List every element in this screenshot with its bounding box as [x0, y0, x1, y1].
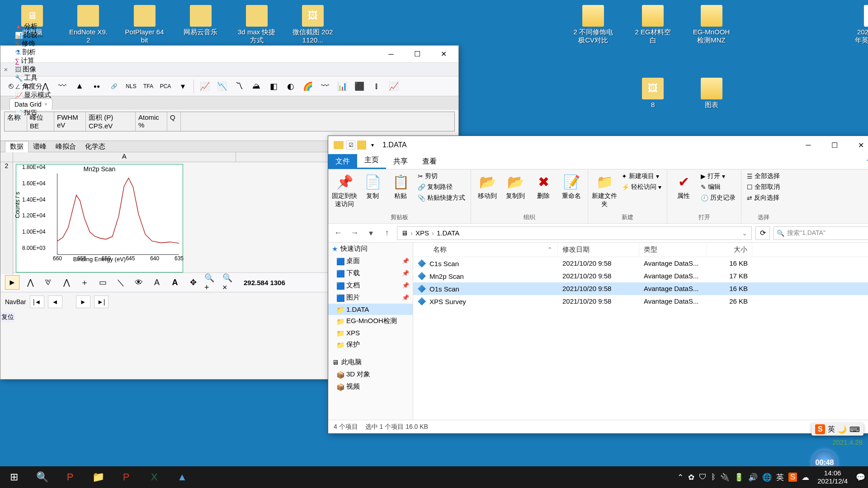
left-status[interactable]: 复位 — [0, 312, 15, 322]
toolbar-nls[interactable]: NLS — [123, 79, 139, 94]
qat-btn-2[interactable] — [357, 141, 366, 150]
sub-tab[interactable]: 化学态 — [80, 141, 110, 152]
maximize-button[interactable]: ☐ — [404, 47, 430, 61]
region-tool[interactable]: ▭ — [95, 275, 110, 290]
text-tool[interactable]: A — [150, 275, 164, 290]
header-type[interactable]: 类型 — [639, 243, 707, 257]
crosshair-tool[interactable]: ＋ — [77, 275, 92, 290]
grid-header-cell[interactable]: Atomic % — [136, 112, 167, 131]
invert-selection-button[interactable]: ⇄ 反向选择 — [745, 193, 782, 203]
toolbar-plot8[interactable]: 〰 — [317, 79, 333, 94]
tab-view[interactable]: 查看 — [415, 154, 444, 169]
sheet-column-header[interactable]: A — [13, 152, 236, 162]
copy-path-button[interactable]: 🔗 复制路径 — [416, 182, 467, 192]
taskbar-clock[interactable]: 14:06 2021/12/4 — [814, 469, 851, 485]
grid-header-cell[interactable]: Q — [167, 112, 181, 131]
toolbar-plot9[interactable]: 📊 — [335, 79, 350, 94]
toolbar-plot2[interactable]: 📉 — [214, 79, 230, 94]
tray-volume[interactable]: 🔊 — [748, 473, 758, 482]
tray-usb[interactable]: 🔌 — [720, 473, 730, 482]
tray-chevron[interactable]: ⌃ — [677, 473, 684, 482]
toolbar-plot12[interactable]: 📈 — [386, 79, 401, 94]
file-row[interactable]: C1s Scan2021/10/20 9:58Avantage DataS...… — [413, 257, 868, 270]
header-date[interactable]: 修改日期 — [558, 243, 639, 257]
qat-btn-1[interactable]: ☑ — [346, 141, 355, 150]
nav-prev[interactable]: ◄ — [48, 296, 62, 308]
refresh-button[interactable]: ⟳ — [755, 226, 770, 240]
nav-tree[interactable]: ★快速访问 🟦桌面📌🟦下载📌🟦文档📌🟦图片📌📁1.DATA📁EG-MnOOH检测… — [328, 243, 413, 420]
tab-share[interactable]: 共享 — [386, 154, 415, 169]
toolbar-pca[interactable]: PCA — [158, 79, 173, 94]
line-tool[interactable]: ＼ — [113, 275, 128, 290]
menu-item[interactable]: ⚗剖析 — [11, 48, 55, 56]
nav-next[interactable]: ► — [76, 296, 90, 308]
qat-dropdown[interactable]: ▾ — [368, 141, 377, 150]
grid-header-cell[interactable]: 峰位 BE — [27, 112, 54, 131]
tree-quick-access[interactable]: ★快速访问 — [328, 243, 413, 255]
move-to-button[interactable]: 📂移动到 — [475, 171, 500, 200]
rename-button[interactable]: 📝重命名 — [559, 171, 584, 200]
sub-tab[interactable]: 谱峰 — [28, 141, 51, 152]
tree-item[interactable]: 🟦文档📌 — [328, 279, 413, 291]
menu-item[interactable]: 🔺分析 — [11, 22, 55, 31]
sub-tab[interactable]: 数据 — [5, 141, 28, 152]
desktop-icon[interactable]: 图表 — [691, 78, 732, 109]
header-size[interactable]: 大小 — [707, 243, 752, 257]
tree-item[interactable]: 🟦图片📌 — [328, 291, 413, 304]
tree-item[interactable]: 📦3D 对象 — [328, 368, 413, 380]
explorer-close[interactable]: ✕ — [848, 138, 868, 152]
desktop-icon[interactable]: EG-MnOOH检测MNZ — [691, 5, 732, 44]
toolbar-ID[interactable]: ID — [20, 79, 36, 94]
move-tool[interactable]: ✥ — [186, 275, 200, 290]
tray-bluetooth[interactable]: ᛒ — [711, 473, 716, 482]
peak-tool-3[interactable]: ⋀ — [59, 275, 74, 290]
taskbar-powerpoint[interactable]: P — [56, 466, 84, 488]
nav-back[interactable]: ← — [332, 227, 344, 239]
file-row[interactable]: O1s Scan2021/10/20 9:58Avantage DataS...… — [413, 282, 868, 295]
tab-data-grid[interactable]: Data Grid × — [9, 99, 52, 110]
copy-button[interactable]: 📄复制 — [360, 171, 385, 200]
toolbar-plot7[interactable]: 🌈 — [300, 79, 316, 94]
grid-header-cell[interactable]: FWHM eV — [54, 112, 86, 131]
tree-item[interactable]: 📁EG-MnOOH检测 — [328, 315, 413, 327]
tree-item[interactable]: 🟦下载📌 — [328, 267, 413, 279]
desktop-icon[interactable]: 2 EG材料空白 — [632, 5, 673, 44]
new-item-button[interactable]: ✦ 新建项目 ▾ — [620, 171, 663, 181]
toolbar-more[interactable]: ▾ — [175, 79, 190, 94]
taskbar-app-1[interactable]: P — [112, 466, 140, 488]
peak-tool-1[interactable]: ⋀ — [23, 275, 38, 290]
spectrum-chart[interactable]: Mn2p Scan Counts / s 8.00E+031.00E+041.2… — [16, 164, 183, 272]
tree-item[interactable]: 📁保护 — [328, 338, 413, 351]
open-button[interactable]: ▶ 打开 ▾ — [699, 171, 737, 181]
search-button[interactable]: 🔍 — [28, 466, 56, 488]
close-button[interactable]: ✕ — [430, 47, 457, 61]
pin-to-quick-access[interactable]: 📌固定到快速访问 — [332, 171, 357, 208]
edit-button[interactable]: ✎ 编辑 — [699, 182, 737, 192]
zoom-in-tool[interactable]: 🔍+ — [204, 275, 218, 290]
history-button[interactable]: 🕘 历史记录 — [699, 193, 737, 203]
tab-close-icon[interactable]: × — [44, 101, 47, 108]
desktop-icon[interactable]: 2 不同修饰电极CV对比 — [573, 5, 613, 44]
menu-item[interactable]: ∑计算 — [11, 56, 55, 65]
start-button[interactable]: ⊞ — [0, 466, 28, 488]
paste-button[interactable]: 📋粘贴 — [388, 171, 413, 200]
peak-tool-2[interactable]: ⩔ — [41, 275, 56, 290]
desktop-icon[interactable]: PDF2021年下半年英语六级... — [854, 5, 868, 44]
paste-shortcut-button[interactable]: 📎 粘贴快捷方式 — [416, 193, 467, 203]
tree-item[interactable]: 📁XPS — [328, 327, 413, 338]
notifications-button[interactable]: 💬 — [856, 473, 865, 482]
cut-button[interactable]: ✂ 剪切 — [416, 171, 467, 181]
minimize-button[interactable]: ─ — [378, 47, 404, 61]
tree-item[interactable]: 📁1.DATA — [328, 304, 413, 315]
header-name[interactable]: 名称⌃ — [413, 243, 558, 257]
grid-header-cell[interactable]: 名称 — [5, 112, 27, 131]
text-tool-2[interactable]: A — [168, 275, 182, 290]
file-row[interactable]: XPS Survey2021/10/20 9:58Avantage DataS.… — [413, 295, 868, 308]
toolbar-plot3[interactable]: 〽 — [231, 79, 247, 94]
properties-button[interactable]: ✔属性 — [671, 171, 696, 200]
nav-up[interactable]: ↑ — [381, 227, 393, 239]
toolbar-link[interactable]: 🔗 — [106, 79, 122, 94]
menu-item[interactable]: 🖼图像 — [11, 65, 55, 74]
tree-this-pc[interactable]: 🖥此电脑 — [328, 356, 413, 368]
zoom-out-tool[interactable]: 🔍× — [222, 275, 236, 290]
